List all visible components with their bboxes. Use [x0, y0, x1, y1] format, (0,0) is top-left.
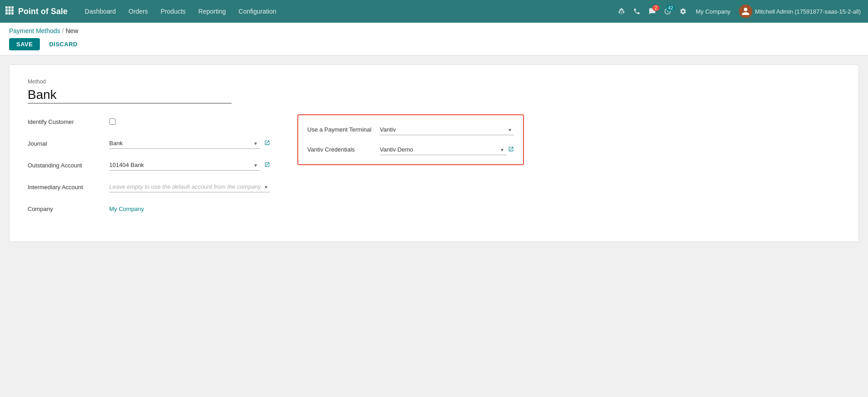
- use-payment-terminal-value: Vantiv ▼: [380, 124, 514, 135]
- nav-orders[interactable]: Orders: [122, 0, 155, 23]
- nav-products[interactable]: Products: [154, 0, 192, 23]
- svg-rect-2: [11, 6, 14, 9]
- company-value: My Company: [109, 206, 270, 212]
- action-buttons: SAVE DISCARD: [9, 38, 859, 55]
- topnav-right-controls: 2 42 My Company Mitchell Admin (17591877…: [615, 5, 863, 18]
- journal-external-link-icon[interactable]: [264, 140, 270, 147]
- settings-icon-btn[interactable]: [677, 6, 689, 17]
- svg-rect-1: [9, 6, 11, 9]
- outstanding-account-select[interactable]: 101404 Bank: [109, 160, 260, 171]
- journal-select[interactable]: Bank: [109, 138, 260, 149]
- payment-terminal-section: Use a Payment Terminal Vantiv ▼: [297, 114, 524, 165]
- clock-icon-btn[interactable]: 42: [661, 6, 674, 17]
- intermediary-account-select-wrapper: Leave empty to use the default account f…: [109, 181, 270, 192]
- intermediary-account-label: Intermediary Account: [28, 184, 109, 191]
- vantiv-credentials-select[interactable]: Vantiv Demo: [380, 144, 506, 155]
- intermediary-account-row: Intermediary Account Leave empty to use …: [28, 180, 270, 194]
- outstanding-account-select-wrapper: 101404 Bank ▼: [109, 160, 260, 171]
- identify-customer-value: [109, 118, 270, 125]
- avatar: [739, 5, 752, 18]
- breadcrumb-current: New: [66, 27, 78, 34]
- nav-dashboard[interactable]: Dashboard: [78, 0, 122, 23]
- app-brand: Point of Sale: [18, 7, 68, 16]
- user-name: Mitchell Admin (17591877-saas-15-2-all): [755, 8, 861, 15]
- method-name-input[interactable]: [28, 87, 232, 103]
- nav-configuration[interactable]: Configuration: [232, 0, 282, 23]
- journal-value: Bank ▼: [109, 138, 270, 149]
- phone-icon-btn[interactable]: [630, 6, 643, 17]
- vantiv-credentials-value: Vantiv Demo ▼: [380, 144, 514, 155]
- vantiv-credentials-external-link-icon[interactable]: [508, 146, 514, 153]
- discard-button[interactable]: DISCARD: [44, 38, 83, 50]
- form-card: Method Identify Customer Journal: [9, 64, 859, 242]
- use-payment-terminal-label: Use a Payment Terminal: [307, 126, 380, 134]
- outstanding-account-label: Outstanding Account: [28, 162, 109, 169]
- breadcrumb-parent[interactable]: Payment Methods: [9, 27, 60, 34]
- top-navigation: Point of Sale Dashboard Orders Products …: [0, 0, 868, 23]
- svg-rect-7: [9, 12, 11, 15]
- identify-customer-row: Identify Customer: [28, 114, 270, 129]
- outstanding-account-external-link-icon[interactable]: [264, 162, 270, 169]
- form-body: Identify Customer Journal Bank ▼: [28, 114, 840, 223]
- user-menu[interactable]: Mitchell Admin (17591877-saas-15-2-all): [737, 5, 863, 18]
- use-payment-terminal-row: Use a Payment Terminal Vantiv ▼: [307, 123, 514, 137]
- chat-icon-btn[interactable]: 2: [646, 6, 659, 17]
- clock-badge: 42: [666, 5, 675, 11]
- bug-icon-btn[interactable]: [615, 6, 628, 17]
- form-left: Identify Customer Journal Bank ▼: [28, 114, 270, 223]
- outstanding-account-row: Outstanding Account 101404 Bank ▼: [28, 158, 270, 172]
- svg-rect-4: [9, 9, 11, 11]
- vantiv-credentials-label: Vantiv Credentials: [307, 146, 380, 154]
- identify-customer-checkbox[interactable]: [109, 118, 116, 125]
- save-button[interactable]: SAVE: [9, 38, 40, 50]
- apps-grid-icon[interactable]: [5, 6, 14, 17]
- company-name: My Company: [692, 8, 734, 15]
- payment-terminal-select[interactable]: Vantiv: [380, 124, 514, 135]
- svg-rect-8: [11, 12, 14, 15]
- vantiv-credentials-row: Vantiv Credentials Vantiv Demo ▼: [307, 142, 514, 157]
- journal-row: Journal Bank ▼: [28, 136, 270, 151]
- intermediary-account-value: Leave empty to use the default account f…: [109, 181, 270, 192]
- svg-rect-5: [11, 9, 14, 11]
- intermediary-account-select[interactable]: Leave empty to use the default account f…: [109, 181, 270, 192]
- breadcrumb-separator: /: [62, 27, 64, 34]
- main-content: Method Identify Customer Journal: [0, 55, 868, 251]
- payment-terminal-select-wrapper: Vantiv ▼: [380, 124, 514, 135]
- journal-select-wrapper: Bank ▼: [109, 138, 260, 149]
- identify-customer-label: Identify Customer: [28, 118, 109, 125]
- method-label: Method: [28, 78, 840, 85]
- svg-rect-6: [5, 12, 8, 15]
- company-link[interactable]: My Company: [109, 206, 144, 212]
- svg-rect-3: [5, 9, 8, 11]
- journal-label: Journal: [28, 140, 109, 147]
- svg-rect-0: [5, 6, 8, 9]
- outstanding-account-value: 101404 Bank ▼: [109, 160, 270, 171]
- action-bar: Payment Methods / New SAVE DISCARD: [0, 23, 868, 55]
- form-right: Use a Payment Terminal Vantiv ▼: [297, 114, 524, 223]
- main-menu: Dashboard Orders Products Reporting Conf…: [78, 0, 615, 23]
- chat-badge: 2: [652, 5, 659, 11]
- nav-reporting[interactable]: Reporting: [192, 0, 233, 23]
- breadcrumb: Payment Methods / New: [9, 27, 859, 34]
- vantiv-credentials-select-wrapper: Vantiv Demo ▼: [380, 144, 506, 155]
- company-row: Company My Company: [28, 201, 270, 216]
- company-label: Company: [28, 206, 109, 212]
